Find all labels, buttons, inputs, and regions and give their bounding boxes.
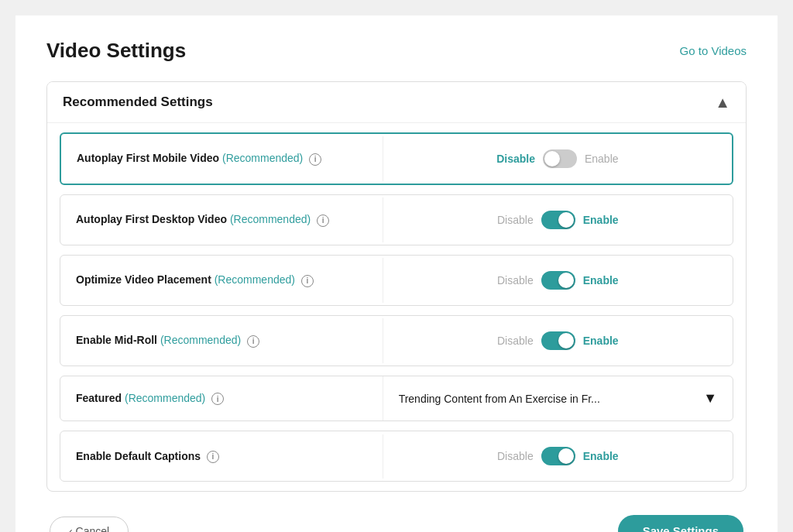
autoplay-desktop-label: Autoplay First Desktop Video (Recommende… bbox=[60, 197, 383, 242]
autoplay-desktop-enable-label: Enable bbox=[583, 214, 619, 226]
cancel-button[interactable]: ‹ Cancel bbox=[50, 517, 129, 532]
settings-row-autoplay-desktop: Autoplay First Desktop Video (Recommende… bbox=[60, 194, 733, 245]
settings-row-autoplay-mobile: Autoplay First Mobile Video (Recommended… bbox=[60, 132, 733, 185]
settings-row-featured: Featured (Recommended) i Trending Conten… bbox=[60, 376, 733, 421]
autoplay-mobile-enable-label: Enable bbox=[585, 153, 619, 165]
featured-dropdown-value: Trending Content from An Exercise in Fr.… bbox=[399, 393, 600, 405]
settings-row-enable-midroll: Enable Mid-Roll (Recommended) i Disable … bbox=[60, 315, 733, 366]
default-captions-disable-label: Disable bbox=[497, 450, 534, 462]
collapse-section-button[interactable]: ▲ bbox=[715, 94, 730, 110]
rows-container: Autoplay First Mobile Video (Recommended… bbox=[47, 132, 746, 482]
enable-midroll-enable-label: Enable bbox=[583, 335, 619, 347]
autoplay-desktop-info-icon[interactable]: i bbox=[317, 215, 329, 227]
autoplay-mobile-info-icon[interactable]: i bbox=[309, 153, 321, 166]
section-header: Recommended Settings ▲ bbox=[47, 82, 746, 123]
default-captions-toggle[interactable] bbox=[541, 447, 575, 465]
enable-midroll-label: Enable Mid-Roll (Recommended) i bbox=[60, 318, 383, 362]
optimize-placement-control: Disable Enable bbox=[383, 256, 733, 305]
autoplay-mobile-disable-label: Disable bbox=[496, 153, 535, 165]
autoplay-desktop-disable-label: Disable bbox=[497, 214, 534, 226]
autoplay-mobile-control: Disable Enable bbox=[383, 134, 732, 184]
enable-midroll-info-icon[interactable]: i bbox=[247, 335, 259, 348]
settings-row-default-captions: Enable Default Captions i Disable Enable bbox=[60, 431, 733, 482]
optimize-placement-toggle[interactable] bbox=[541, 271, 575, 290]
featured-label: Featured (Recommended) i bbox=[60, 376, 383, 420]
save-settings-button[interactable]: Save Settings bbox=[618, 515, 743, 532]
optimize-placement-enable-label: Enable bbox=[583, 274, 619, 287]
enable-midroll-toggle[interactable] bbox=[541, 331, 575, 350]
recommended-settings-section: Recommended Settings ▲ Autoplay First Mo… bbox=[46, 81, 747, 492]
featured-info-icon[interactable]: i bbox=[211, 393, 224, 405]
page-container: Video Settings Go to Videos Recommended … bbox=[15, 15, 778, 532]
section-title: Recommended Settings bbox=[63, 94, 213, 110]
optimize-placement-info-icon[interactable]: i bbox=[301, 275, 314, 287]
optimize-placement-disable-label: Disable bbox=[497, 274, 534, 287]
page-footer: ‹ Cancel Save Settings bbox=[46, 515, 747, 532]
page-title: Video Settings bbox=[46, 39, 186, 63]
page-header: Video Settings Go to Videos bbox=[46, 39, 747, 63]
go-to-videos-link[interactable]: Go to Videos bbox=[680, 44, 747, 57]
default-captions-info-icon[interactable]: i bbox=[207, 451, 219, 463]
default-captions-control: Disable Enable bbox=[383, 431, 733, 481]
autoplay-desktop-control: Disable Enable bbox=[383, 195, 733, 245]
autoplay-desktop-toggle[interactable] bbox=[541, 211, 575, 229]
autoplay-mobile-label: Autoplay First Mobile Video (Recommended… bbox=[61, 136, 383, 180]
featured-dropdown-arrow: ▼ bbox=[703, 390, 717, 407]
enable-midroll-disable-label: Disable bbox=[497, 335, 534, 347]
featured-dropdown[interactable]: Trending Content from An Exercise in Fr.… bbox=[383, 379, 733, 417]
default-captions-enable-label: Enable bbox=[583, 450, 619, 462]
autoplay-mobile-toggle[interactable] bbox=[543, 149, 577, 168]
enable-midroll-control: Disable Enable bbox=[383, 316, 733, 366]
optimize-placement-label: Optimize Video Placement (Recommended) i bbox=[60, 258, 383, 302]
default-captions-label: Enable Default Captions i bbox=[60, 434, 383, 479]
settings-row-optimize-placement: Optimize Video Placement (Recommended) i… bbox=[60, 255, 733, 306]
